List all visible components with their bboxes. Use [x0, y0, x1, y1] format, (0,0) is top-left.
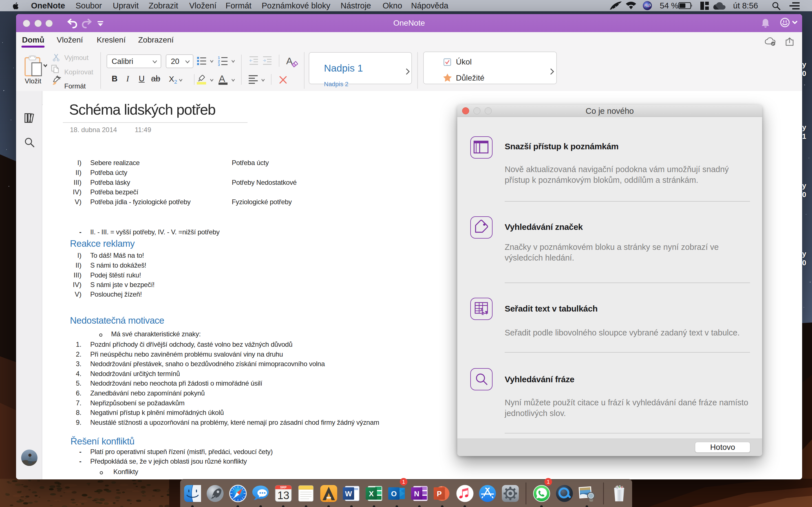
svg-text:X: X — [369, 490, 374, 498]
svg-text:A: A — [219, 74, 225, 84]
svg-text:N: N — [414, 490, 419, 498]
svg-text:W: W — [345, 490, 352, 498]
svg-text:Z: Z — [481, 311, 484, 316]
svg-text:1: 1 — [218, 56, 220, 60]
svg-text:P: P — [437, 490, 442, 498]
svg-text:13: 13 — [277, 490, 289, 501]
svg-text:SRP: SRP — [280, 486, 287, 489]
svg-text:3: 3 — [218, 63, 220, 66]
svg-text:A: A — [480, 307, 483, 312]
svg-text:O: O — [391, 490, 397, 498]
